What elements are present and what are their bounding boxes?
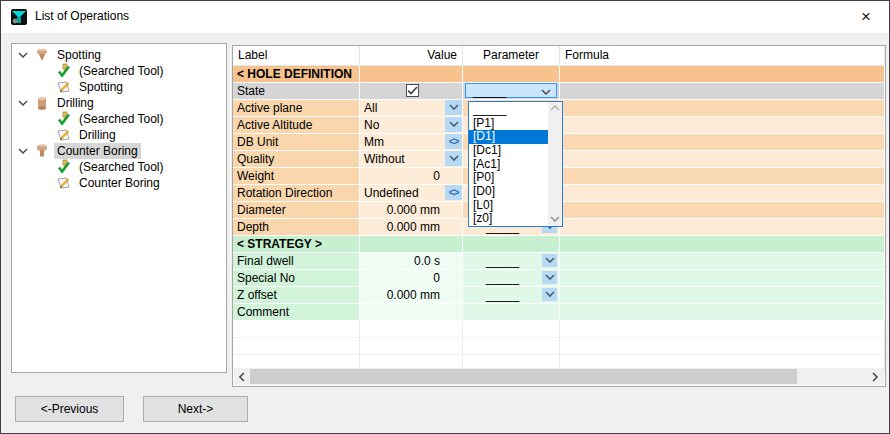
edit-icon <box>56 127 72 143</box>
column-header-label: Label <box>233 46 360 66</box>
dropdown-item[interactable]: [P0] <box>469 171 548 185</box>
chevron-down-icon[interactable] <box>18 146 30 156</box>
state-checkbox[interactable] <box>406 84 419 97</box>
tree-item-searched-tool[interactable]: (Searched Tool) <box>12 63 226 79</box>
value-text: 0.0 s <box>414 254 440 268</box>
table-row-final-dwell[interactable]: Final dwell 0.0 s _____ <box>233 253 885 270</box>
scroll-right-icon[interactable] <box>867 368 884 385</box>
section-row-strategy: < STRATEGY > <box>233 236 885 253</box>
table-header-row: Label Value Parameter Formula <box>233 46 885 66</box>
section-row-hole-definition: < HOLE DEFINITION > <box>233 66 885 83</box>
parameter-dropdown-button[interactable] <box>542 288 557 301</box>
scrollbar-thumb[interactable] <box>250 369 797 384</box>
table-row-state[interactable]: State _____ <box>233 83 885 100</box>
searched-tool-icon <box>56 63 72 79</box>
chevron-down-icon <box>545 291 555 298</box>
row-label: State <box>233 83 360 100</box>
tree-item-drilling-edit[interactable]: Drilling <box>12 127 226 143</box>
dialog-window: List of Operations × Spotting (Searched … <box>0 0 890 434</box>
value-spinner-button[interactable]: <> <box>445 185 462 200</box>
parameter-placeholder: _____ <box>463 253 542 269</box>
value-text: 0.000 mm <box>387 203 440 217</box>
chevron-down-icon <box>545 257 555 264</box>
value-text: 0.000 mm <box>387 288 440 302</box>
spotting-tool-icon <box>34 47 50 63</box>
table-row-special-no[interactable]: Special No 0 _____ <box>233 270 885 287</box>
dropdown-item[interactable]: [D0] <box>469 185 548 199</box>
row-label: Quality <box>233 151 360 168</box>
scroll-left-icon[interactable] <box>234 368 251 385</box>
value-spinner-button[interactable]: <> <box>445 134 462 149</box>
value-dropdown-button[interactable] <box>445 117 462 132</box>
dropdown-item[interactable]: [Ac1] <box>469 158 548 172</box>
counterboring-tool-icon <box>34 143 50 159</box>
tree-item-searched-tool[interactable]: (Searched Tool) <box>12 111 226 127</box>
dropdown-item-selected[interactable]: [D1] <box>469 130 548 144</box>
row-label: Active Altitude <box>233 117 360 134</box>
app-icon <box>10 8 28 26</box>
tree-item-label[interactable]: Drilling <box>76 127 119 143</box>
chevron-down-icon <box>449 121 459 128</box>
value-text: No <box>364 118 379 132</box>
column-header-formula: Formula <box>560 46 885 66</box>
chevron-down-icon[interactable] <box>18 98 30 108</box>
tree-item-drilling[interactable]: Drilling <box>12 95 226 111</box>
row-label: Diameter <box>233 202 360 219</box>
edit-icon <box>56 175 72 191</box>
dropdown-item[interactable]: [Dc1] <box>469 144 548 158</box>
parameter-dropdown-button[interactable] <box>542 254 557 267</box>
tree-item-label[interactable]: Drilling <box>54 95 97 111</box>
tree-item-label[interactable]: Spotting <box>54 47 104 63</box>
row-label: Weight <box>233 168 360 185</box>
parameter-placeholder: _____ <box>463 270 542 286</box>
parameter-combobox-open[interactable]: _____ <box>465 83 557 98</box>
tree-item-label[interactable]: (Searched Tool) <box>76 159 167 175</box>
scroll-down-icon[interactable] <box>550 216 560 223</box>
tree-item-searched-tool[interactable]: (Searched Tool) <box>12 159 226 175</box>
tree-item-label[interactable]: Counter Boring <box>76 175 163 191</box>
checkmark-icon <box>407 86 418 95</box>
close-button[interactable]: × <box>849 3 883 31</box>
tree-item-label[interactable]: (Searched Tool) <box>76 111 167 127</box>
previous-button[interactable]: <-Previous <box>15 396 124 422</box>
row-label: Active plane <box>233 100 360 117</box>
chevron-down-icon <box>541 89 551 96</box>
dropdown-item[interactable]: [z0] <box>469 212 548 226</box>
table-row-comment[interactable]: Comment <box>233 304 885 321</box>
tree-item-counter-boring-edit[interactable]: Counter Boring <box>12 175 226 191</box>
table-row-z-offset[interactable]: Z offset 0.000 mm _____ <box>233 287 885 304</box>
tree-item-spotting[interactable]: Spotting <box>12 47 226 63</box>
value-text: Undefined <box>364 186 419 200</box>
parameter-dropdown-list: _____ [P1] [D1] [Dc1] [Ac1] [P0] [D0] [L… <box>468 101 563 227</box>
chevron-down-icon[interactable] <box>18 50 30 60</box>
tree-item-counter-boring[interactable]: Counter Boring <box>12 143 226 159</box>
row-label: Final dwell <box>233 253 360 270</box>
column-header-value: Value <box>360 46 463 66</box>
value-dropdown-button[interactable] <box>445 100 462 115</box>
tree-item-label[interactable]: Counter Boring <box>54 143 141 159</box>
value-text: Without <box>364 152 405 166</box>
value-text: Mm <box>364 135 384 149</box>
combobox-value: _____ <box>473 83 506 99</box>
empty-row <box>233 338 885 355</box>
scroll-up-icon[interactable] <box>550 105 560 112</box>
next-button[interactable]: Next-> <box>143 396 248 422</box>
searched-tool-icon <box>56 159 72 175</box>
tree-item-label[interactable]: Spotting <box>76 79 126 95</box>
dropdown-item[interactable]: [P1] <box>469 117 548 131</box>
horizontal-scrollbar[interactable] <box>234 368 884 385</box>
drilling-tool-icon <box>34 95 50 111</box>
edit-icon <box>56 79 72 95</box>
parameter-placeholder: _____ <box>463 287 542 303</box>
value-text: All <box>364 101 377 115</box>
value-dropdown-button[interactable] <box>445 151 462 166</box>
section-title: < STRATEGY > <box>233 236 360 253</box>
operations-tree: Spotting (Searched Tool) Spotting <box>11 43 227 373</box>
dropdown-item[interactable]: _____ <box>469 103 548 117</box>
tree-item-label[interactable]: (Searched Tool) <box>76 63 167 79</box>
dropdown-scrollbar[interactable] <box>548 102 562 226</box>
parameter-dropdown-button[interactable] <box>542 271 557 284</box>
tree-item-spotting-edit[interactable]: Spotting <box>12 79 226 95</box>
dropdown-item[interactable]: [L0] <box>469 199 548 213</box>
chevron-down-icon <box>449 104 459 111</box>
